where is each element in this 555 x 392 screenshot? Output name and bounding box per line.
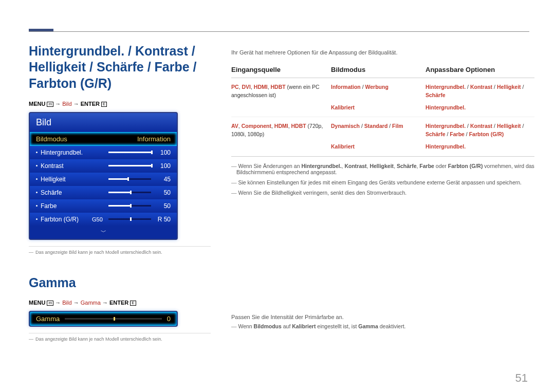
slider-track[interactable] <box>108 178 151 180</box>
osd-panel-gamma: Gamma 0 <box>29 311 178 327</box>
osd-row-label: Gamma <box>36 315 60 323</box>
osd-row-value: 50 <box>154 202 171 210</box>
cell-bildmodus: Kalibriert <box>331 143 425 151</box>
slider-track[interactable] <box>108 205 151 207</box>
osd-row[interactable]: Hintergrundbel.100 <box>30 146 177 159</box>
cell-eingangsquelle: AV, Component, HDMI, HDBT (720p, 1080i, … <box>231 122 331 139</box>
right-column: Ihr Gerät hat mehrere Optionen für die A… <box>231 49 534 333</box>
osd-row-bildmodus[interactable]: Bildmodus Information <box>30 132 177 146</box>
footnote: ―Das angezeigte Bild kann je nach Modell… <box>29 246 211 255</box>
osd-row-label: Schärfe <box>41 189 92 196</box>
table-row: AV, Component, HDMI, HDBT (720p, 1080i, … <box>231 122 534 141</box>
table-row: KalibriertHintergrundbel. <box>231 143 534 157</box>
osd-row-gamma[interactable]: Gamma 0 <box>30 312 177 326</box>
osd-row-label: Farbe <box>41 202 92 210</box>
chevron-down-icon[interactable]: ﹀ <box>30 226 177 239</box>
enter-icon: E <box>130 301 136 306</box>
note-item: ― Wenn Sie Änderungen an Hintergrundbel.… <box>231 163 534 175</box>
menu-path-gamma: MENU m → Bild → Gamma → ENTER E <box>29 300 211 306</box>
slider-track[interactable] <box>108 165 151 166</box>
osd-row-label: Bildmodus <box>36 135 67 143</box>
osd-row[interactable]: Schärfe50 <box>30 186 177 199</box>
osd-row-label: Farbton (G/R) <box>41 216 92 223</box>
cell-bildmodus: Information / Werbung <box>331 83 425 100</box>
osd-row-value: 50 <box>154 189 171 196</box>
top-rule-accent <box>29 29 53 31</box>
notes-list: ― Wenn Sie Änderungen an Hintergrundbel.… <box>231 163 534 196</box>
slider-track[interactable] <box>108 218 151 220</box>
osd-row-prevalue: G50 <box>92 216 105 222</box>
cell-optionen: Hintergrundbel. <box>425 143 534 151</box>
th-optionen: Anpassbare Optionen <box>425 66 534 73</box>
footnote: ―Das angezeigte Bild kann je nach Modell… <box>29 333 211 342</box>
osd-panel-bild: Bild Bildmodus Information Hintergrundbe… <box>29 112 178 240</box>
cell-bildmodus: Kalibriert <box>331 104 425 112</box>
th-eingangsquelle: Eingangsquelle <box>231 66 331 73</box>
gamma-note: ― Wenn Bildmodus auf Kalibriert eingeste… <box>231 323 534 329</box>
table-row: KalibriertHintergrundbel. <box>231 104 534 118</box>
osd-title: Bild <box>30 113 177 132</box>
page-number: 51 <box>515 371 528 385</box>
cell-optionen: Hintergrundbel. <box>425 104 534 112</box>
osd-row[interactable]: Farbton (G/R)G50R 50 <box>30 213 177 226</box>
intro-text: Ihr Gerät hat mehrere Optionen für die A… <box>231 49 534 55</box>
cell-eingangsquelle <box>231 143 331 151</box>
note-item: ― Wenn Sie die Bildhelligkeit verringern… <box>231 190 534 196</box>
osd-row-label: Helligkeit <box>41 176 92 183</box>
osd-row-value: 45 <box>154 176 171 183</box>
osd-row[interactable]: Helligkeit45 <box>30 173 177 186</box>
table-header: Eingangsquelle Bildmodus Anpassbare Opti… <box>231 66 534 78</box>
osd-row-label: Kontrast <box>41 162 92 170</box>
cell-optionen: Hintergrundbel. / Kontrast / Helligkeit … <box>425 122 534 139</box>
enter-icon: E <box>101 102 107 107</box>
osd-row[interactable]: Kontrast100 <box>30 159 177 173</box>
left-column: Hintergrundbel. / Kontrast / Helligkeit … <box>29 43 211 342</box>
page-title: Hintergrundbel. / Kontrast / Helligkeit … <box>29 43 211 91</box>
osd-row[interactable]: Farbe50 <box>30 199 177 213</box>
osd-row-value: Information <box>137 135 171 143</box>
slider-track[interactable] <box>108 192 151 193</box>
top-rule <box>29 31 529 32</box>
cell-eingangsquelle: PC, DVI, HDMI, HDBT (wenn ein PC angesch… <box>231 83 331 100</box>
section-title-gamma: Gamma <box>29 275 211 290</box>
osd-row-value: 0 <box>167 315 171 323</box>
osd-row-value: 100 <box>154 162 171 170</box>
cell-optionen: Hintergrundbel. / Kontrast / Helligkeit … <box>425 83 534 100</box>
osd-row-value: R 50 <box>154 216 171 223</box>
cell-bildmodus: Dynamisch / Standard / Film <box>331 122 425 139</box>
slider-track[interactable] <box>108 152 151 153</box>
gamma-description: Passen Sie die Intensität der Primärfarb… <box>231 314 534 320</box>
menu-path-bild: MENU m → Bild → ENTER E <box>29 101 211 107</box>
osd-row-label: Hintergrundbel. <box>41 149 92 156</box>
menu-icon: m <box>47 301 53 306</box>
menu-icon: m <box>47 102 53 107</box>
osd-row-value: 100 <box>154 149 171 156</box>
th-bildmodus: Bildmodus <box>331 66 425 73</box>
note-item: ― Sie können Einstellungen für jedes mit… <box>231 179 534 185</box>
cell-eingangsquelle <box>231 104 331 112</box>
table-row: PC, DVI, HDMI, HDBT (wenn ein PC angesch… <box>231 83 534 102</box>
